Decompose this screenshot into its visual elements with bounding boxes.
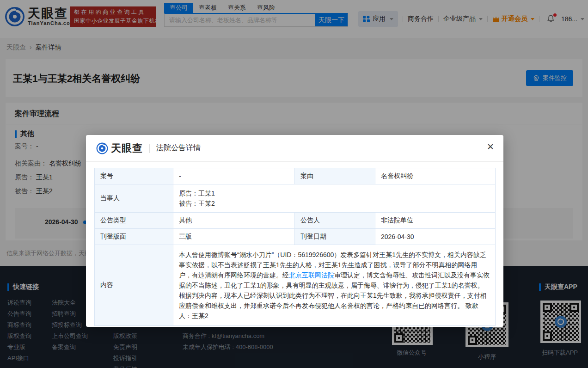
case-number-value: - — [173, 168, 295, 184]
party-defendant: 被告：王某2 — [179, 198, 490, 209]
table-row: 案号 - 案由 名誉权纠纷 — [95, 168, 496, 184]
modal-header-divider — [149, 144, 150, 153]
announcer-value: 非法院单位 — [375, 213, 496, 229]
table-row: 公告类型 其他 公告人 非法院单位 — [95, 213, 496, 229]
publish-page-label: 刊登版面 — [95, 229, 173, 245]
announcer-label: 公告人 — [295, 213, 375, 229]
tianyancha-eye-icon — [96, 142, 108, 154]
party-plaintiff: 原告：王某1 — [179, 188, 490, 198]
cause-value: 名誉权纠纷 — [375, 168, 496, 184]
party-value: 原告：王某1 被告：王某2 — [173, 184, 496, 213]
modal-brand-name: 天眼查 — [111, 141, 143, 155]
announcement-type-value: 其他 — [173, 213, 295, 229]
court-announcement-modal: 天眼查 法院公告详情 ✕ 案号 - 案由 名誉权纠纷 当事人 原告：王某1 — [86, 135, 503, 327]
table-row: 刊登版面 三版 刊登日期 2026-04-30 — [95, 229, 496, 245]
modal-brand: 天眼查 — [96, 141, 143, 155]
modal-title: 法院公告详情 — [156, 143, 201, 153]
case-number-label: 案号 — [95, 168, 173, 184]
announcement-type-label: 公告类型 — [95, 213, 173, 229]
announcement-detail-table: 案号 - 案由 名誉权纠纷 当事人 原告：王某1 被告：王某2 公告类型 其他 … — [94, 168, 496, 326]
close-icon[interactable]: ✕ — [487, 142, 494, 151]
cause-label: 案由 — [295, 168, 375, 184]
content-label: 内容 — [95, 245, 173, 326]
table-row: 当事人 原告：王某1 被告：王某2 — [95, 184, 496, 213]
party-label: 当事人 — [95, 184, 173, 213]
modal-body: 案号 - 案由 名誉权纠纷 当事人 原告：王某1 被告：王某2 公告类型 其他 … — [86, 162, 503, 326]
page: 天眼查 TianYanCha.com 都在用的商业查询工具 国家中小企业发展子基… — [0, 0, 588, 368]
content-value: 本人曾使用微博账号“溺水小刀片”（UID：5619926600）发表多篇针对王某… — [173, 245, 496, 326]
table-row: 内容 本人曾使用微博账号“溺水小刀片”（UID：5619926600）发表多篇针… — [95, 245, 496, 326]
publish-page-value: 三版 — [173, 229, 295, 245]
modal-header: 天眼查 法院公告详情 ✕ — [86, 135, 503, 162]
publish-date-label: 刊登日期 — [295, 229, 375, 245]
court-link[interactable]: 北京互联网法院 — [289, 271, 334, 279]
publish-date-value: 2026-04-30 — [375, 229, 496, 245]
